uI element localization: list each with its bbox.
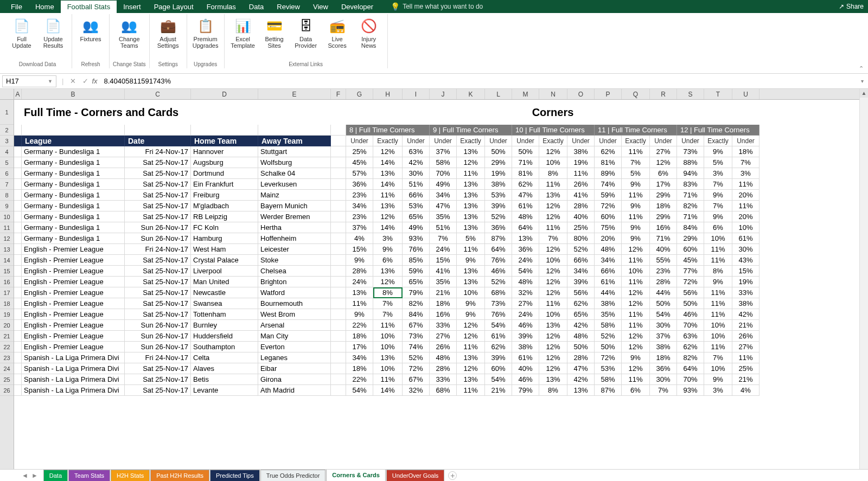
cell-data[interactable]: 42% [732, 309, 760, 320]
formula-input[interactable]: 8.40405811591743% [102, 77, 861, 85]
cell-data[interactable]: 11% [704, 255, 732, 266]
cell-data[interactable]: 36% [512, 244, 539, 255]
cell-data[interactable]: 32% [512, 287, 539, 298]
cell-data[interactable]: 42% [403, 157, 430, 168]
cell-home[interactable]: M'gladbach [191, 201, 258, 211]
col-header-N[interactable]: N [539, 89, 567, 99]
cell-data[interactable]: 20% [732, 211, 760, 222]
cell[interactable] [331, 136, 346, 146]
row-header[interactable]: 1 [0, 100, 14, 125]
cell-league[interactable]: English - Premier League [22, 309, 125, 320]
sub-header[interactable]: Under [346, 136, 373, 146]
cell-data[interactable]: 13% [567, 385, 595, 396]
cell[interactable] [258, 125, 331, 136]
cell-data[interactable]: 52% [485, 211, 512, 222]
col-header-D[interactable]: D [191, 89, 258, 99]
cell-data[interactable]: 65% [403, 211, 430, 222]
sheet-tab-predicted-tips[interactable]: Predicted Tips [210, 470, 260, 482]
cell-home[interactable]: Newcastle [191, 287, 258, 298]
cell-data[interactable]: 7% [373, 298, 403, 309]
cell-data[interactable]: 81% [512, 168, 539, 179]
cell[interactable] [331, 100, 346, 125]
cell-data[interactable]: 9% [622, 233, 650, 244]
cell-data[interactable]: 46% [512, 320, 539, 331]
cell-data[interactable]: 37% [346, 222, 373, 233]
ribbon-full-update[interactable]: 📄FullUpdate [7, 16, 37, 50]
ribbon-fixtures[interactable]: 👥Fixtures [75, 16, 106, 43]
cell-data[interactable]: 37% [650, 331, 677, 342]
cell-data[interactable]: 22% [346, 320, 373, 331]
cell[interactable] [14, 222, 22, 233]
cell-data[interactable]: 43% [732, 255, 760, 266]
cell-data[interactable]: 18% [732, 146, 760, 157]
cell-data[interactable]: 21% [485, 385, 512, 396]
cell-league[interactable]: Germany - Bundesliga 1 [22, 222, 125, 233]
cell[interactable] [14, 342, 22, 352]
cell-away[interactable]: Hoffenheim [258, 233, 331, 244]
col-header-H[interactable]: H [373, 89, 403, 99]
cell-data[interactable]: 10% [732, 222, 760, 233]
cell-away[interactable]: Leicester [258, 244, 331, 255]
cell-date[interactable]: Sat 25-Nov-17 [125, 211, 191, 222]
cell-data[interactable]: 13% [373, 266, 403, 277]
cell-league[interactable]: English - Premier League [22, 342, 125, 352]
cell-data[interactable]: 7% [704, 352, 732, 363]
sheet-tab-true-odds-predictor[interactable]: True Odds Predictor [260, 470, 326, 482]
cell-data[interactable]: 12% [622, 244, 650, 255]
cell-data[interactable]: 87% [595, 385, 622, 396]
cell-data[interactable]: 28% [650, 277, 677, 287]
cell-data[interactable]: 80% [567, 233, 595, 244]
sub-header[interactable]: Under [430, 136, 457, 146]
cell-data[interactable]: 45% [346, 157, 373, 168]
cell-data[interactable]: 12% [539, 277, 567, 287]
cell[interactable] [331, 244, 346, 255]
cell-data[interactable]: 34% [346, 201, 373, 211]
cell-data[interactable]: 12% [373, 146, 403, 157]
cell[interactable] [14, 363, 22, 374]
cell-league[interactable]: Spanish - La Liga Primera Divi [22, 385, 125, 396]
cell-date[interactable]: Sat 25-Nov-17 [125, 201, 191, 211]
cell-league[interactable]: Germany - Bundesliga 1 [22, 146, 125, 157]
cell-data[interactable]: 11% [346, 298, 373, 309]
cell-data[interactable]: 12% [622, 287, 650, 298]
sub-header[interactable]: Under [677, 136, 704, 146]
row-header[interactable]: 16 [0, 277, 14, 287]
cell-data[interactable]: 26% [732, 331, 760, 342]
cell-data[interactable]: 11% [732, 201, 760, 211]
row-header[interactable]: 7 [0, 179, 14, 190]
cell[interactable] [14, 179, 22, 190]
cell-league[interactable]: English - Premier League [22, 244, 125, 255]
enter-icon[interactable]: ✓ [82, 77, 88, 85]
cell-data[interactable]: 61% [595, 277, 622, 287]
scroll-up-icon[interactable]: ▲ [860, 89, 868, 98]
ribbon-update-results[interactable]: 📄UpdateResults [38, 16, 68, 50]
cell-date[interactable]: Fri 24-Nov-17 [125, 146, 191, 157]
col-title-date[interactable]: Date [125, 136, 191, 146]
cell-league[interactable]: Germany - Bundesliga 1 [22, 233, 125, 244]
cell-away[interactable]: Chelsea [258, 266, 331, 277]
cell-league[interactable]: English - Premier League [22, 331, 125, 342]
cell-data[interactable]: 13% [539, 374, 567, 385]
col-title-league[interactable]: League [22, 136, 125, 146]
cell-home[interactable]: Celta [191, 352, 258, 363]
row-header[interactable]: 26 [0, 385, 14, 396]
menu-tab-developer[interactable]: Developer [335, 1, 380, 13]
cell-data[interactable]: 9% [622, 179, 650, 190]
cell-data[interactable]: 67% [403, 320, 430, 331]
cell[interactable] [14, 168, 22, 179]
cell-data[interactable]: 70% [677, 320, 704, 331]
cell-data[interactable]: 14% [373, 385, 403, 396]
menu-tab-data[interactable]: Data [242, 1, 270, 13]
cell-league[interactable]: English - Premier League [22, 277, 125, 287]
cell-data[interactable]: 13% [457, 179, 485, 190]
cell[interactable] [14, 287, 22, 298]
group-header[interactable]: 10 | Full Time Corners [512, 125, 595, 136]
cell-data[interactable]: 39% [485, 352, 512, 363]
cell-data[interactable]: 9% [346, 309, 373, 320]
cell-data[interactable]: 27% [430, 331, 457, 342]
cell-league[interactable]: Spanish - La Liga Primera Divi [22, 374, 125, 385]
cell-home[interactable]: Crystal Palace [191, 255, 258, 266]
cell-data[interactable]: 70% [677, 374, 704, 385]
cell-data[interactable]: 13% [457, 190, 485, 201]
cell-data[interactable]: 81% [595, 157, 622, 168]
